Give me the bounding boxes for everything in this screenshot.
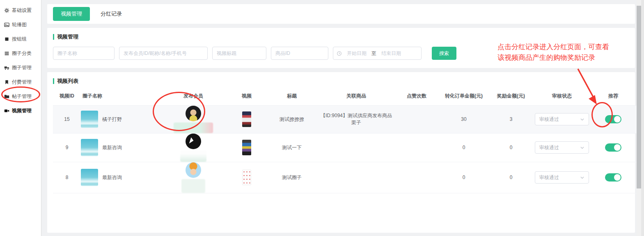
cell-circle-name: 橘子打野 xyxy=(81,111,159,128)
circle-name-text: 最新咨询 xyxy=(102,174,122,181)
sidebar-item-button-group[interactable]: 按钮组 xyxy=(0,32,41,46)
sidebar-item-circle-manage[interactable]: 圈子管理 xyxy=(0,61,41,75)
cell-converted-amount: 0 xyxy=(439,133,489,162)
member-search-input[interactable] xyxy=(119,47,208,60)
search-panel: 视频管理 至 搜索 xyxy=(47,28,635,68)
end-date-input[interactable] xyxy=(378,50,404,56)
cell-publisher xyxy=(159,162,228,193)
sidebar-item-carousel[interactable]: 轮播图 xyxy=(0,18,41,32)
publisher-avatar xyxy=(186,134,201,149)
truck-icon xyxy=(4,65,9,70)
sidebar-item-post-manage[interactable]: 帖子管理 xyxy=(0,89,41,104)
video-table: 视频ID 圈子名称 发布会员 视频 标题 关联商品 点赞次数 转化订单金额(元)… xyxy=(53,87,644,193)
folder-icon xyxy=(4,94,9,99)
recommend-toggle[interactable] xyxy=(605,143,621,152)
cell-reward-amount: 3 xyxy=(489,105,533,133)
main-content: 视频管理 分红记录 视频管理 至 搜索 视频列表 视频ID 圈子名称 xyxy=(42,0,636,236)
cell-converted-amount: 0 xyxy=(439,162,489,193)
tab-dividend-record[interactable]: 分红记录 xyxy=(101,10,122,18)
cell-likes xyxy=(394,133,439,162)
cell-likes xyxy=(394,105,439,133)
table-row: 8 最新咨询 测试圈子 0 0 审核通过 xyxy=(53,162,644,193)
col-audit-status: 审核状态 xyxy=(533,87,591,105)
recommend-toggle[interactable] xyxy=(605,173,621,182)
audit-status-select[interactable]: 审核通过 xyxy=(535,113,589,125)
cell-video xyxy=(228,162,266,193)
sidebar-item-circle-category[interactable]: 圈子分类 xyxy=(0,46,41,61)
col-publisher: 发布会员 xyxy=(159,87,228,105)
cell-related-product xyxy=(318,133,394,162)
sidebar-item-label: 基础设置 xyxy=(12,7,32,14)
video-thumbnail[interactable] xyxy=(242,170,251,185)
recommend-toggle[interactable] xyxy=(605,115,621,123)
sidebar: 基础设置 轮播图 按钮组 圈子分类 圈子管理 付费管理 帖子管理 视频管理 xyxy=(0,0,41,236)
video-thumbnail[interactable] xyxy=(242,111,251,127)
chevron-down-icon xyxy=(580,117,584,122)
circle-name-text: 最新咨询 xyxy=(102,144,122,151)
tab-video-manage[interactable]: 视频管理 xyxy=(53,7,90,21)
date-range-to-label: 至 xyxy=(371,50,376,57)
scrollbar-thumb[interactable] xyxy=(637,6,641,188)
sidebar-item-label: 圈子分类 xyxy=(12,50,32,57)
cell-reward-amount: 0 xyxy=(489,162,533,193)
cell-title: 测试一下 xyxy=(266,133,318,162)
cell-video-id: 8 xyxy=(53,162,81,193)
list-icon xyxy=(4,51,9,56)
cell-title: 测试撩撩撩 xyxy=(266,105,318,133)
col-converted-amount: 转化订单金额(元) xyxy=(439,87,489,105)
publisher-name-redacted xyxy=(174,123,213,133)
cell-video xyxy=(228,105,266,133)
search-button[interactable]: 搜索 xyxy=(432,47,456,60)
sidebar-item-label: 圈子管理 xyxy=(12,64,32,71)
tab-bar: 视频管理 分红记录 xyxy=(47,4,635,24)
circle-name-input[interactable] xyxy=(53,47,115,60)
audit-status-value: 审核通过 xyxy=(539,174,559,181)
table-header-row: 视频ID 圈子名称 发布会员 视频 标题 关联商品 点赞次数 转化订单金额(元)… xyxy=(53,87,644,105)
cell-publisher xyxy=(159,105,228,133)
list-section-title: 视频列表 xyxy=(53,77,629,85)
video-list-panel: 视频列表 视频ID 圈子名称 发布会员 视频 标题 关联商品 点赞次数 转化订单… xyxy=(47,72,635,233)
sidebar-item-label: 轮播图 xyxy=(12,21,27,28)
col-video-id: 视频ID xyxy=(53,87,81,105)
cell-converted-amount: 30 xyxy=(439,105,489,133)
cell-video-id: 9 xyxy=(53,133,81,162)
cell-title: 测试圈子 xyxy=(266,162,318,193)
col-circle-name: 圈子名称 xyxy=(81,87,159,105)
chevron-down-icon xyxy=(580,175,584,180)
circle-thumbnail xyxy=(81,169,98,186)
audit-status-select[interactable]: 审核通过 xyxy=(535,171,589,184)
col-title: 标题 xyxy=(266,87,318,105)
start-date-input[interactable] xyxy=(344,50,370,56)
cell-publisher xyxy=(159,133,228,162)
cell-likes xyxy=(394,162,439,193)
search-section-title: 视频管理 xyxy=(53,33,629,41)
sidebar-item-label: 视频管理 xyxy=(12,107,32,114)
sidebar-item-label: 按钮组 xyxy=(12,36,27,43)
table-row: 9 最新咨询 测试一下 0 0 审核通过 xyxy=(53,133,644,162)
sidebar-item-payment-manage[interactable]: 付费管理 xyxy=(0,75,41,89)
product-id-input[interactable] xyxy=(271,47,328,60)
chevron-down-icon xyxy=(580,145,584,150)
cell-circle-name: 最新咨询 xyxy=(81,139,159,156)
audit-status-select[interactable]: 审核通过 xyxy=(535,141,589,154)
bookmark-icon xyxy=(4,79,9,85)
gear-icon xyxy=(4,8,9,13)
table-row: 15 橘子打野 测试撩撩撩 【ID:9094】测试供应商发布商品栗子 30 3 … xyxy=(53,105,644,133)
image-icon xyxy=(4,22,9,27)
audit-status-value: 审核通过 xyxy=(539,144,559,151)
sidebar-item-label: 付费管理 xyxy=(12,79,32,86)
video-title-input[interactable] xyxy=(212,47,266,60)
cell-circle-name: 最新咨询 xyxy=(81,169,159,186)
date-range-picker[interactable]: 至 xyxy=(333,47,422,60)
cell-video xyxy=(228,133,266,162)
publisher-avatar xyxy=(186,162,201,178)
circle-name-text: 橘子打野 xyxy=(102,116,122,123)
sidebar-item-video-manage[interactable]: 视频管理 xyxy=(0,104,41,118)
sidebar-item-basic-settings[interactable]: 基础设置 xyxy=(0,3,41,18)
video-thumbnail[interactable] xyxy=(242,140,251,155)
col-likes: 点赞次数 xyxy=(394,87,439,105)
col-video: 视频 xyxy=(228,87,266,105)
cell-related-product: 【ID:9094】测试供应商发布商品栗子 xyxy=(318,105,394,133)
publisher-name-redacted xyxy=(181,179,205,193)
cell-reward-amount: 0 xyxy=(489,133,533,162)
